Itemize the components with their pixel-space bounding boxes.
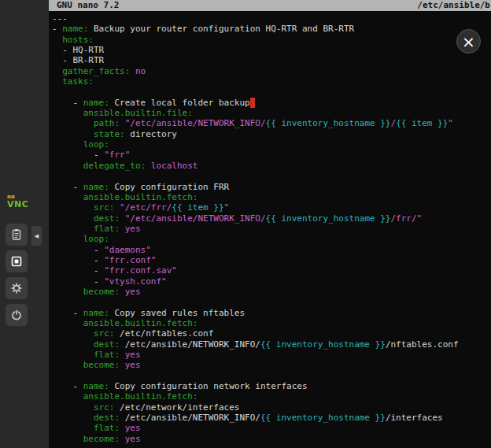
fullscreen-icon: [10, 255, 23, 268]
terminal-line: src: /etc/network/interfaces: [52, 402, 491, 413]
terminal-line: - name: Create local folder backup: [52, 98, 491, 108]
terminal-line: - HQ-RTR: [52, 45, 491, 55]
close-button[interactable]: ×: [456, 29, 481, 54]
terminal-line: hosts:: [52, 35, 491, 45]
control-bar-handle[interactable]: ◀: [31, 226, 42, 246]
terminal-line: - name: Copy saved rules nftables: [52, 308, 491, 318]
terminal-line: flat: yes: [52, 224, 491, 234]
terminal-line: - name: Backup your router configuration…: [52, 24, 491, 34]
chevron-left-icon: ◀: [35, 233, 39, 239]
terminal-line: [52, 87, 491, 97]
terminal-line: dest: /etc/ansible/NETWORK_INFO/{{ inven…: [52, 413, 491, 423]
power-button[interactable]: [6, 304, 28, 326]
terminal-line: ansible.builtin.fetch:: [52, 318, 491, 328]
terminal-line: become: yes: [52, 360, 491, 370]
settings-button[interactable]: [6, 277, 28, 299]
terminal-line: src: /etc/nftables.conf: [52, 328, 491, 339]
novnc-logo: no VNC: [7, 194, 31, 216]
terminal-line: - "frr.conf": [52, 255, 491, 265]
clipboard-button[interactable]: [6, 224, 28, 246]
nano-app-title: GNU nano 7.2: [57, 0, 119, 11]
terminal-line: - name: Copy configuration network inter…: [52, 381, 491, 391]
terminal-line: dest: /etc/ansible/NETWORK_INFO/{{ inven…: [52, 339, 491, 350]
terminal-line: - name: Copy configuration FRR: [52, 182, 491, 192]
novnc-logo-vnc: VNC: [7, 200, 31, 209]
terminal-line: - "daemons": [52, 245, 491, 255]
fullscreen-button[interactable]: [6, 250, 28, 272]
clipboard-icon: [10, 228, 23, 241]
terminal-line: ---: [52, 13, 491, 24]
text-cursor: [250, 98, 256, 108]
terminal-line: ansible.builtin.file:: [52, 108, 491, 118]
terminal-content[interactable]: ---- name: Backup your router configurat…: [49, 11, 491, 444]
power-icon: [10, 309, 23, 321]
terminal-line: - BR-RTR: [52, 55, 491, 65]
terminal-line: [52, 371, 491, 381]
terminal-line: gather_facts: no: [52, 66, 491, 76]
gear-icon: [10, 282, 23, 294]
terminal-line: - "frr.conf.sav": [52, 265, 491, 276]
terminal-line: flat: yes: [52, 350, 491, 360]
terminal-line: loop:: [52, 234, 491, 244]
terminal-line: [52, 297, 491, 307]
close-icon: ×: [462, 34, 475, 50]
terminal-line: src: "/etc/frr/{{ item }}": [52, 202, 491, 213]
nano-file-path: /etc/ansible/b: [417, 0, 490, 11]
terminal-line: loop:: [52, 139, 491, 150]
terminal-line: dest: "/etc/ansible/NETWORK_INFO/{{ inve…: [52, 213, 491, 224]
terminal-line: ansible.builtin.fetch:: [52, 192, 491, 202]
nano-titlebar: GNU nano 7.2 /etc/ansible/b: [49, 0, 491, 11]
terminal-line: delegate_to: localhost: [52, 161, 491, 171]
terminal-line: tasks:: [52, 76, 491, 87]
terminal-line: ansible.builtin.fetch:: [52, 391, 491, 402]
terminal-line: [52, 171, 491, 181]
terminal-line: - "frr": [52, 150, 491, 160]
terminal-line: state: directory: [52, 129, 491, 139]
terminal-window[interactable]: GNU nano 7.2 /etc/ansible/b ---- name: B…: [49, 0, 491, 448]
terminal-line: become: yes: [52, 287, 491, 297]
terminal-line: flat: yes: [52, 423, 491, 433]
terminal-line: path: "/etc/ansible/NETWORK_INFO/{{ inve…: [52, 118, 491, 128]
terminal-line: - "vtysh.conf": [52, 276, 491, 287]
terminal-line: become: yes: [52, 434, 491, 444]
